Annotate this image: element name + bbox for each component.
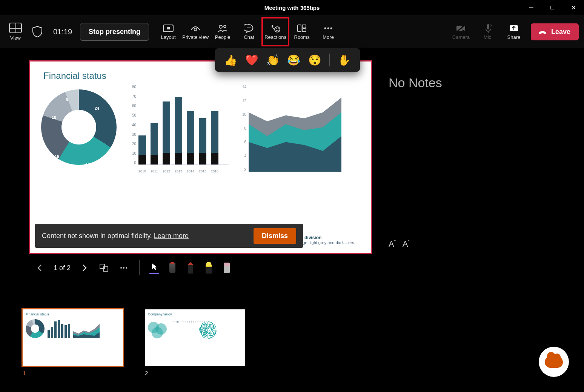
rooms-icon (296, 24, 307, 33)
people-button[interactable]: People (210, 18, 235, 45)
thumbnail-2[interactable]: Company vision ↑↑↑↑↑↑↑↑↑↑↑↑↑↑↑↑↑↑↑↑ 2 (145, 309, 245, 376)
svg-rect-17 (487, 24, 489, 29)
svg-point-27 (126, 267, 127, 269)
svg-point-3 (219, 25, 222, 28)
share-icon (508, 24, 519, 33)
window-titlebar: Meeting with 365tips ─ □ ✕ (0, 0, 584, 15)
svg-point-8 (278, 28, 279, 29)
grid-view-button[interactable] (98, 262, 110, 274)
svg-point-25 (120, 267, 122, 269)
donut-chart: 24 18 15 10 9 (41, 85, 117, 175)
brand-badge (539, 347, 569, 377)
font-increase-button[interactable]: Aˆ (389, 239, 396, 249)
svg-point-13 (327, 27, 329, 29)
mic-off-icon: × (482, 24, 493, 33)
meeting-timer: 01:19 (49, 28, 76, 36)
svg-rect-24 (103, 267, 108, 271)
divider (329, 54, 330, 66)
more-tools-button[interactable] (118, 262, 129, 274)
reactions-flyout: 👍 ❤️ 👏 😂 😯 ✋ (215, 48, 360, 72)
svg-rect-23 (100, 264, 105, 269)
prev-slide-button[interactable] (34, 262, 45, 274)
reactions-button[interactable]: Reactions (263, 18, 288, 45)
rooms-button[interactable]: Rooms (289, 18, 314, 45)
mic-label: Mic (484, 34, 491, 40)
chat-icon (243, 24, 255, 33)
window-close-button[interactable]: ✕ (563, 0, 584, 15)
reaction-laugh[interactable]: 😂 (287, 54, 300, 66)
donut-seg-2: 15 (55, 154, 59, 159)
share-button[interactable]: Share (501, 18, 526, 45)
banner-dismiss-button[interactable]: Dismiss (254, 228, 296, 244)
people-label: People (215, 34, 230, 40)
reactions-icon (270, 24, 281, 33)
leave-label: Leave (551, 28, 570, 36)
thumbnail-1[interactable]: Financial status 1 (23, 309, 123, 376)
highlighter-tool[interactable] (204, 261, 214, 274)
thumb-1-title: Financial status (26, 312, 120, 316)
next-slide-button[interactable] (79, 262, 90, 274)
chat-button[interactable]: Chat (237, 18, 261, 45)
pen-tool[interactable] (186, 261, 195, 274)
cursor-tool[interactable] (149, 261, 159, 274)
hangup-icon (538, 28, 547, 35)
banner-learn-more-link[interactable]: Learn more (154, 232, 189, 240)
reaction-applause[interactable]: 👏 (266, 54, 280, 66)
fidelity-banner: Content not shown in optimal fidelity. L… (35, 224, 303, 248)
no-notes-label: No Notes (389, 75, 576, 90)
camera-off-icon (455, 24, 467, 33)
layout-label: Layout (161, 34, 175, 40)
slide-title: Financial status (43, 71, 371, 81)
view-button[interactable]: View (5, 18, 26, 45)
svg-point-14 (330, 27, 332, 29)
more-button[interactable]: More (316, 18, 341, 45)
notes-pane: No Notes Aˆ Aˇ (389, 75, 576, 253)
reaction-surprised[interactable]: 😯 (308, 54, 321, 66)
private-view-label: Private view (182, 34, 209, 40)
svg-point-4 (224, 25, 226, 28)
svg-rect-1 (167, 27, 170, 29)
svg-point-2 (194, 28, 197, 31)
slide-thumbnails: Financial status 1 Company vision ↑↑↑↑↑↑… (23, 309, 245, 376)
share-label: Share (507, 34, 521, 40)
svg-point-6 (275, 27, 280, 32)
services-body: ...nge, light grey and dark ...ers. (297, 240, 355, 245)
donut-seg-0: 24 (95, 106, 99, 111)
donut-seg-1: 18 (86, 163, 90, 167)
eraser-tool[interactable] (222, 261, 232, 274)
camera-button[interactable]: Camera (449, 18, 473, 45)
donut-seg-4: 9 (66, 97, 68, 101)
private-view-button[interactable]: Private view (182, 18, 209, 45)
area-chart: 1412108642 (240, 85, 341, 175)
svg-text:×: × (490, 24, 492, 28)
area-y-axis: 1412108642 (240, 85, 248, 172)
banner-message: Content not shown in optimal fidelity. (42, 232, 152, 240)
reaction-like[interactable]: 👍 (224, 54, 237, 66)
mic-button[interactable]: × Mic (475, 18, 500, 45)
window-title: Meeting with 365tips (264, 5, 320, 11)
svg-point-26 (123, 267, 124, 269)
cloud-icon (545, 356, 563, 368)
privacy-shield-button[interactable] (27, 22, 48, 41)
thumb-2-title: Company vision (148, 312, 242, 316)
reactions-label: Reactions (264, 34, 286, 40)
reaction-love[interactable]: ❤️ (245, 54, 258, 66)
thumb-1-num: 1 (23, 370, 123, 376)
reaction-raise-hand[interactable]: ✋ (338, 54, 351, 66)
view-label: View (10, 35, 21, 41)
leave-button[interactable]: Leave (531, 23, 579, 40)
svg-rect-10 (302, 25, 306, 28)
bar-chart: 80706050403020100 2010201120122013201420… (127, 85, 229, 175)
window-maximize-button[interactable]: □ (542, 0, 563, 15)
camera-label: Camera (452, 34, 470, 40)
svg-rect-9 (298, 25, 301, 32)
services-snippet: ...s division ...nge, light grey and dar… (297, 235, 365, 245)
font-decrease-button[interactable]: Aˇ (403, 239, 410, 249)
layout-button[interactable]: Layout (156, 18, 181, 45)
layout-icon (163, 24, 174, 33)
laser-tool[interactable] (168, 261, 177, 274)
stop-presenting-button[interactable]: Stop presenting (80, 23, 149, 41)
window-minimize-button[interactable]: ─ (521, 0, 542, 15)
people-icon (217, 24, 228, 33)
presenter-toolbar: 1 of 2 (34, 260, 232, 275)
